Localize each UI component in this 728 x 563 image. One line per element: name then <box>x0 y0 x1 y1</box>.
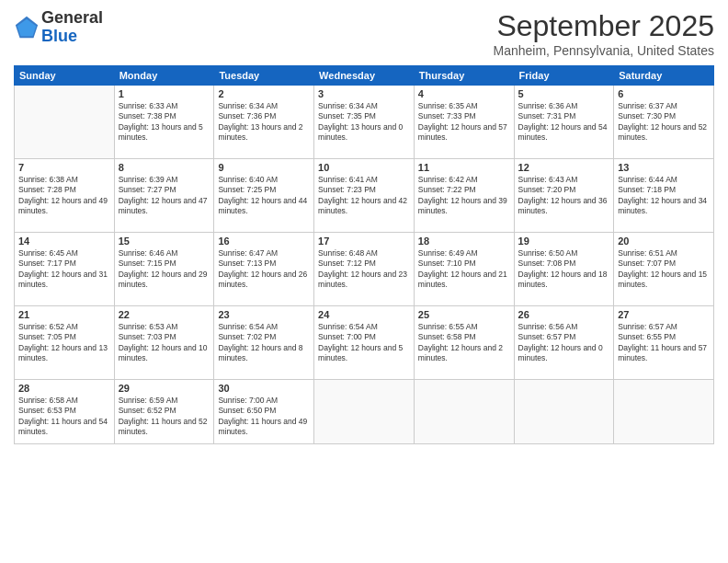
day-info: Sunrise: 6:53 AMSunset: 7:03 PMDaylight:… <box>119 322 210 364</box>
table-row <box>514 380 614 444</box>
logo: General Blue <box>14 9 103 46</box>
table-row: 16 Sunrise: 6:47 AMSunset: 7:13 PMDaylig… <box>214 233 314 306</box>
table-row <box>414 380 514 444</box>
day-number: 29 <box>119 383 210 394</box>
col-saturday: Saturday <box>614 66 714 86</box>
day-number: 10 <box>318 162 410 173</box>
day-number: 16 <box>218 236 310 247</box>
day-info: Sunrise: 6:55 AMSunset: 6:58 PMDaylight:… <box>418 322 510 364</box>
header: General Blue September 2025 Manheim, Pen… <box>14 9 714 58</box>
table-row: 13 Sunrise: 6:44 AMSunset: 7:18 PMDaylig… <box>614 159 714 233</box>
day-number: 28 <box>18 383 110 394</box>
day-info: Sunrise: 6:40 AMSunset: 7:25 PMDaylight:… <box>218 175 310 217</box>
day-number: 21 <box>18 309 110 320</box>
logo-general: General <box>41 8 103 27</box>
day-number: 17 <box>318 236 410 247</box>
location: Manheim, Pennsylvania, United States <box>494 43 714 58</box>
day-info: Sunrise: 6:43 AMSunset: 7:20 PMDaylight:… <box>518 175 610 217</box>
table-row: 26 Sunrise: 6:56 AMSunset: 6:57 PMDaylig… <box>514 306 614 380</box>
page: General Blue September 2025 Manheim, Pen… <box>0 0 728 563</box>
day-info: Sunrise: 6:41 AMSunset: 7:23 PMDaylight:… <box>318 175 410 217</box>
table-row: 14 Sunrise: 6:45 AMSunset: 7:17 PMDaylig… <box>15 233 115 306</box>
day-info: Sunrise: 6:51 AMSunset: 7:07 PMDaylight:… <box>618 248 710 291</box>
day-info: Sunrise: 6:56 AMSunset: 6:57 PMDaylight:… <box>518 322 610 364</box>
day-info: Sunrise: 7:00 AMSunset: 6:50 PMDaylight:… <box>218 396 310 438</box>
day-number: 23 <box>218 309 310 320</box>
day-info: Sunrise: 6:46 AMSunset: 7:15 PMDaylight:… <box>119 248 210 291</box>
table-row: 30 Sunrise: 7:00 AMSunset: 6:50 PMDaylig… <box>214 380 314 444</box>
day-info: Sunrise: 6:59 AMSunset: 6:52 PMDaylight:… <box>119 396 210 438</box>
day-number: 27 <box>618 309 710 320</box>
day-number: 26 <box>518 309 610 320</box>
table-row: 25 Sunrise: 6:55 AMSunset: 6:58 PMDaylig… <box>414 306 514 380</box>
day-number: 5 <box>518 88 610 99</box>
day-number: 19 <box>518 236 610 247</box>
table-row: 21 Sunrise: 6:52 AMSunset: 7:05 PMDaylig… <box>15 306 115 380</box>
day-number: 15 <box>119 236 210 247</box>
day-info: Sunrise: 6:57 AMSunset: 6:55 PMDaylight:… <box>618 322 710 364</box>
table-row: 23 Sunrise: 6:54 AMSunset: 7:02 PMDaylig… <box>214 306 314 380</box>
logo-blue: Blue <box>41 27 77 45</box>
table-row: 3 Sunrise: 6:34 AMSunset: 7:35 PMDayligh… <box>314 86 415 159</box>
table-row: 28 Sunrise: 6:58 AMSunset: 6:53 PMDaylig… <box>15 380 115 444</box>
day-info: Sunrise: 6:49 AMSunset: 7:10 PMDaylight:… <box>418 248 510 291</box>
day-number: 18 <box>418 236 510 247</box>
day-info: Sunrise: 6:38 AMSunset: 7:28 PMDaylight:… <box>18 175 110 217</box>
col-thursday: Thursday <box>414 66 514 86</box>
day-info: Sunrise: 6:34 AMSunset: 7:36 PMDaylight:… <box>218 101 310 144</box>
day-info: Sunrise: 6:36 AMSunset: 7:31 PMDaylight:… <box>518 101 610 144</box>
day-info: Sunrise: 6:54 AMSunset: 7:02 PMDaylight:… <box>218 322 310 364</box>
day-number: 7 <box>18 162 110 173</box>
table-row: 18 Sunrise: 6:49 AMSunset: 7:10 PMDaylig… <box>414 233 514 306</box>
month-title: September 2025 <box>494 9 714 43</box>
table-row: 7 Sunrise: 6:38 AMSunset: 7:28 PMDayligh… <box>15 159 115 233</box>
day-info: Sunrise: 6:45 AMSunset: 7:17 PMDaylight:… <box>18 248 110 291</box>
table-row: 19 Sunrise: 6:50 AMSunset: 7:08 PMDaylig… <box>514 233 614 306</box>
table-row: 5 Sunrise: 6:36 AMSunset: 7:31 PMDayligh… <box>514 86 614 159</box>
calendar-header-row: Sunday Monday Tuesday Wednesday Thursday… <box>15 66 714 86</box>
day-info: Sunrise: 6:54 AMSunset: 7:00 PMDaylight:… <box>318 322 410 364</box>
day-number: 24 <box>318 309 410 320</box>
calendar: Sunday Monday Tuesday Wednesday Thursday… <box>14 65 714 444</box>
table-row: 24 Sunrise: 6:54 AMSunset: 7:00 PMDaylig… <box>314 306 415 380</box>
table-row: 22 Sunrise: 6:53 AMSunset: 7:03 PMDaylig… <box>114 306 214 380</box>
day-info: Sunrise: 6:50 AMSunset: 7:08 PMDaylight:… <box>518 248 610 291</box>
table-row <box>314 380 415 444</box>
day-info: Sunrise: 6:47 AMSunset: 7:13 PMDaylight:… <box>218 248 310 291</box>
table-row: 2 Sunrise: 6:34 AMSunset: 7:36 PMDayligh… <box>214 86 314 159</box>
col-monday: Monday <box>114 66 214 86</box>
day-number: 13 <box>618 162 710 173</box>
table-row: 27 Sunrise: 6:57 AMSunset: 6:55 PMDaylig… <box>614 306 714 380</box>
col-tuesday: Tuesday <box>214 66 314 86</box>
day-number: 12 <box>518 162 610 173</box>
day-number: 30 <box>218 383 310 394</box>
day-number: 1 <box>119 88 210 99</box>
day-number: 2 <box>218 88 310 99</box>
logo-icon <box>14 15 40 40</box>
day-info: Sunrise: 6:35 AMSunset: 7:33 PMDaylight:… <box>418 101 510 144</box>
day-number: 25 <box>418 309 510 320</box>
col-friday: Friday <box>514 66 614 86</box>
day-info: Sunrise: 6:34 AMSunset: 7:35 PMDaylight:… <box>318 101 410 144</box>
day-info: Sunrise: 6:48 AMSunset: 7:12 PMDaylight:… <box>318 248 410 291</box>
day-number: 20 <box>618 236 710 247</box>
title-block: September 2025 Manheim, Pennsylvania, Un… <box>494 9 714 58</box>
table-row <box>614 380 714 444</box>
table-row: 4 Sunrise: 6:35 AMSunset: 7:33 PMDayligh… <box>414 86 514 159</box>
table-row: 12 Sunrise: 6:43 AMSunset: 7:20 PMDaylig… <box>514 159 614 233</box>
day-info: Sunrise: 6:44 AMSunset: 7:18 PMDaylight:… <box>618 175 710 217</box>
day-number: 3 <box>318 88 410 99</box>
col-sunday: Sunday <box>15 66 115 86</box>
table-row: 17 Sunrise: 6:48 AMSunset: 7:12 PMDaylig… <box>314 233 415 306</box>
day-number: 6 <box>618 88 710 99</box>
table-row: 6 Sunrise: 6:37 AMSunset: 7:30 PMDayligh… <box>614 86 714 159</box>
day-info: Sunrise: 6:39 AMSunset: 7:27 PMDaylight:… <box>119 175 210 217</box>
day-info: Sunrise: 6:52 AMSunset: 7:05 PMDaylight:… <box>18 322 110 364</box>
day-number: 4 <box>418 88 510 99</box>
table-row: 11 Sunrise: 6:42 AMSunset: 7:22 PMDaylig… <box>414 159 514 233</box>
day-info: Sunrise: 6:58 AMSunset: 6:53 PMDaylight:… <box>18 396 110 438</box>
day-number: 8 <box>119 162 210 173</box>
table-row: 10 Sunrise: 6:41 AMSunset: 7:23 PMDaylig… <box>314 159 415 233</box>
day-info: Sunrise: 6:42 AMSunset: 7:22 PMDaylight:… <box>418 175 510 217</box>
table-row: 8 Sunrise: 6:39 AMSunset: 7:27 PMDayligh… <box>114 159 214 233</box>
